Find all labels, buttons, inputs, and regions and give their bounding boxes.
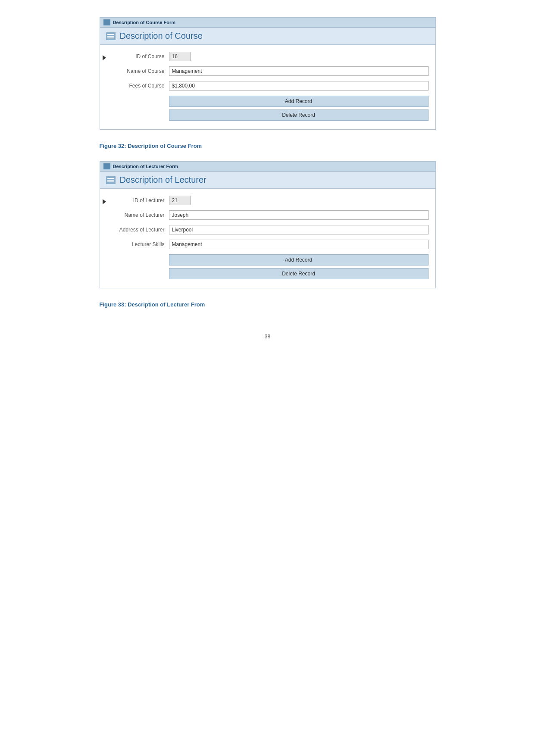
lecturer-delete-record-button[interactable]: Delete Record — [169, 268, 429, 279]
lecturer-id-input[interactable] — [169, 196, 191, 205]
course-arrow-right-icon — [103, 55, 106, 60]
lecturer-id-label: ID of Lecturer — [117, 197, 169, 203]
lecturer-address-label: Address of Lecturer — [117, 227, 169, 233]
course-form-body: ID of Course Name of Course Fees of Cour… — [100, 45, 435, 129]
course-name-input[interactable] — [169, 66, 429, 76]
course-title-bar-text: Description of Course Form — [113, 20, 175, 25]
lecturer-title-bar-text: Description of Lecturer Form — [113, 164, 178, 169]
course-id-label: ID of Course — [117, 53, 169, 59]
lecturer-header-icon — [106, 176, 116, 184]
lecturer-form-header: Description of Lecturer — [100, 172, 435, 189]
course-nav-arrow[interactable] — [100, 52, 110, 121]
course-form-header: Description of Course — [100, 28, 435, 45]
lecturer-form-body: ID of Lecturer Name of Lecturer Address … — [100, 189, 435, 288]
figure-32-caption: Figure 32: Description of Course From — [100, 143, 436, 149]
lecturer-title-bar: Description of Lecturer Form — [100, 162, 435, 172]
course-id-row: ID of Course — [117, 52, 429, 61]
course-header-icon — [106, 32, 116, 40]
course-name-row: Name of Course — [117, 66, 429, 76]
course-name-label: Name of Course — [117, 68, 169, 74]
course-fees-label: Fees of Course — [117, 83, 169, 89]
lecturer-skills-input[interactable] — [169, 240, 429, 249]
lecturer-title-icon — [103, 163, 110, 169]
lecturer-form-fields: ID of Lecturer Name of Lecturer Address … — [110, 196, 435, 279]
lecturer-form-window: Description of Lecturer Form Description… — [100, 161, 436, 288]
course-id-input[interactable] — [169, 52, 191, 61]
course-header-title: Description of Course — [120, 31, 203, 41]
lecturer-name-label: Name of Lecturer — [117, 212, 169, 218]
lecturer-header-title: Description of Lecturer — [120, 175, 206, 185]
course-title-bar: Description of Course Form — [100, 18, 435, 28]
page-number: 38 — [26, 334, 509, 340]
course-fees-row: Fees of Course — [117, 81, 429, 91]
lecturer-address-row: Address of Lecturer — [117, 225, 429, 234]
course-delete-record-button[interactable]: Delete Record — [169, 109, 429, 121]
lecturer-add-record-button[interactable]: Add Record — [169, 254, 429, 266]
lecturer-button-row: Add Record Delete Record — [117, 254, 429, 279]
course-form-fields: ID of Course Name of Course Fees of Cour… — [110, 52, 435, 121]
figure-33-caption: Figure 33: Description of Lecturer From — [100, 301, 436, 308]
lecturer-address-input[interactable] — [169, 225, 429, 234]
lecturer-skills-label: Lecturer Skills — [117, 241, 169, 247]
course-add-record-button[interactable]: Add Record — [169, 96, 429, 107]
lecturer-skills-row: Lecturer Skills — [117, 240, 429, 249]
course-title-icon — [103, 19, 110, 25]
course-button-row: Add Record Delete Record — [117, 96, 429, 121]
course-fees-input[interactable] — [169, 81, 429, 91]
lecturer-nav-arrow[interactable] — [100, 196, 110, 279]
course-form-window: Description of Course Form Description o… — [100, 17, 436, 130]
lecturer-name-row: Name of Lecturer — [117, 210, 429, 220]
lecturer-name-input[interactable] — [169, 210, 429, 220]
lecturer-arrow-right-icon — [103, 199, 106, 204]
lecturer-id-row: ID of Lecturer — [117, 196, 429, 205]
